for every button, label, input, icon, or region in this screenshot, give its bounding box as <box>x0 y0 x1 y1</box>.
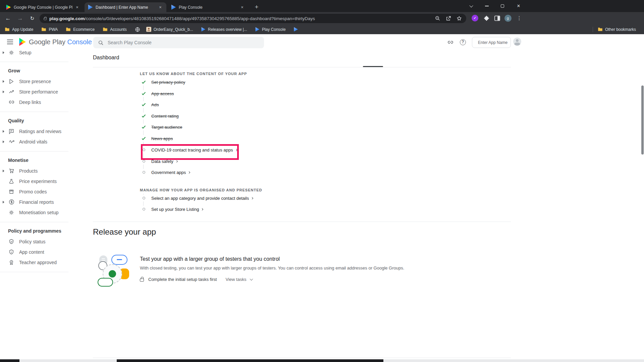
check-icon <box>141 90 147 97</box>
divider <box>0 272 68 272</box>
testing-illustration <box>97 253 133 290</box>
account-avatar[interactable] <box>513 38 521 46</box>
sidebar-item-financial-reports[interactable]: Financial reports <box>0 197 68 207</box>
bookmark-folder-accounts[interactable]: Accounts <box>103 27 126 32</box>
copy-link-icon[interactable] <box>446 38 454 46</box>
ordereasy-favicon <box>146 27 151 32</box>
flask-icon <box>8 178 15 185</box>
task-app-access[interactable]: App access <box>141 90 174 97</box>
sidebar-item-store-performance[interactable]: Store performance <box>0 86 68 97</box>
forward-button[interactable]: → <box>15 14 25 23</box>
folder-icon <box>41 27 46 32</box>
bookmark-folder-pwa[interactable]: PWA <box>41 27 58 32</box>
bookmark-play-console[interactable]: Play Console <box>255 27 286 32</box>
play-console-favicon <box>201 27 206 32</box>
share-icon[interactable] <box>445 15 451 21</box>
tab-close-icon[interactable]: × <box>158 5 163 10</box>
window-maximize-button[interactable] <box>495 0 509 12</box>
shield-info-icon <box>8 249 15 255</box>
task-set-privacy-policy[interactable]: Set privacy policy <box>141 79 185 85</box>
check-icon <box>141 135 147 142</box>
url-text[interactable]: play.google.com/console/u/0/developers/4… <box>49 16 430 21</box>
vertical-scrollbar[interactable] <box>641 85 644 155</box>
sidebar-item-store-presence[interactable]: Store presence <box>0 76 68 86</box>
annotation-highlight-box <box>141 144 239 160</box>
comment-icon <box>8 128 15 135</box>
extension-grammar-icon[interactable]: ✓ <box>471 14 479 22</box>
app-selector[interactable]: Enter App Name <box>472 37 511 48</box>
task-set-up-store-listing[interactable]: Set up your Store Listing <box>141 206 203 213</box>
task-government-apps[interactable]: Government apps <box>141 169 190 176</box>
sidebar-item-setup[interactable]: Setup <box>0 50 68 57</box>
window-minimize-button[interactable] <box>480 0 494 12</box>
view-tasks-button[interactable]: View tasks <box>225 277 253 282</box>
sidebar-item-android-vitals[interactable]: Android vitals <box>0 136 68 147</box>
bookmark-unnamed[interactable] <box>294 27 298 32</box>
profile-avatar[interactable]: g <box>504 14 512 22</box>
check-icon <box>141 79 147 85</box>
sidebar-item-ratings-reviews[interactable]: Ratings and reviews <box>0 126 68 136</box>
sidebar-section-policy: Policy and programmes <box>0 222 68 236</box>
tab-close-icon[interactable]: × <box>239 5 245 10</box>
chrome-menu-icon[interactable]: ⋮ <box>515 14 523 22</box>
sidebar-item-app-content[interactable]: App content <box>0 247 68 257</box>
tab-title: Google Play Console | Google Pla <box>14 5 72 10</box>
task-target-audience[interactable]: Target audience <box>141 124 182 130</box>
release-section-title: Release your app <box>93 227 156 237</box>
other-bookmarks-button[interactable]: Other bookmarks <box>598 27 636 32</box>
task-select-app-category[interactable]: Select an app category and provide conta… <box>141 195 253 201</box>
sidebar-item-promo-codes[interactable]: Promo codes <box>0 186 68 197</box>
horizontal-scrollbar[interactable] <box>0 359 644 362</box>
tab-google-play-console[interactable]: Google Play Console | Google Pla × <box>3 2 83 12</box>
task-content-rating[interactable]: Content rating <box>141 113 179 119</box>
search-input[interactable] <box>108 40 249 45</box>
tab-search-chevron-icon[interactable] <box>464 0 478 12</box>
window-close-button[interactable]: × <box>512 0 526 12</box>
back-button[interactable]: ← <box>3 14 13 23</box>
scrollbar-thumb[interactable] <box>117 359 383 362</box>
zoom-out-icon[interactable] <box>435 15 441 21</box>
sidebar-item-monetisation-setup[interactable]: Monetisation setup <box>0 207 68 218</box>
https-lock-icon[interactable] <box>44 18 47 20</box>
url-path: /console/u/0/developers/4810835192680471… <box>85 16 315 21</box>
bookmark-releases-overview[interactable]: Releases overview |... <box>201 27 247 32</box>
refresh-button[interactable]: ↻ <box>28 14 37 23</box>
tab-title: Dashboard | Enter App Name <box>96 5 156 10</box>
scroll-indicator <box>363 66 383 67</box>
task-ads[interactable]: Ads <box>141 101 159 108</box>
task-news-apps[interactable]: News apps <box>141 135 173 142</box>
shield-check-icon <box>8 238 15 245</box>
sidebar-item-price-experiments[interactable]: Price experiments <box>0 176 68 186</box>
bookmark-folder-ecommerce[interactable]: Ecommerce <box>66 27 95 32</box>
tab-dashboard[interactable]: Dashboard | Enter App Name × <box>85 2 166 12</box>
play-console-search[interactable] <box>93 37 264 48</box>
tab-close-icon[interactable]: × <box>74 5 80 10</box>
help-icon[interactable]: ? <box>459 38 467 46</box>
play-console-favicon <box>255 27 260 32</box>
play-console-favicon <box>294 27 298 32</box>
sidebar-item-teacher-approved[interactable]: Teacher approved <box>0 257 68 267</box>
play-console-favicon <box>88 5 93 10</box>
screen: Google Play Console | Google Pla × Dashb… <box>0 0 644 362</box>
scrollbar-thumb[interactable] <box>0 359 19 362</box>
bookmark-ordereasy[interactable]: OrderEasy_Quick_b... <box>146 27 193 32</box>
sidebar-item-deep-links[interactable]: Deep links <box>0 97 68 107</box>
section-heading-organise: MANAGE HOW YOUR APP IS ORGANISED AND PRE… <box>140 188 262 192</box>
expand-arrow-icon[interactable] <box>3 51 4 54</box>
address-bar[interactable]: play.google.com/console/u/0/developers/4… <box>40 14 466 23</box>
menu-hamburger-icon[interactable] <box>7 40 13 44</box>
bookmark-globe[interactable] <box>135 27 140 32</box>
tab-play-console[interactable]: Play Console × <box>168 2 248 12</box>
url-domain: play.google.com <box>49 16 85 21</box>
new-tab-button[interactable]: + <box>252 3 261 11</box>
google-play-console-logo[interactable]: Google Play Console <box>19 38 92 46</box>
check-icon <box>141 101 147 108</box>
main-content: Dashboard LET US KNOW ABOUT THE CONTENT … <box>68 50 644 359</box>
side-panel-icon[interactable] <box>493 14 501 22</box>
bookmark-folder-app-update[interactable]: App Update <box>5 27 33 32</box>
bookmark-star-icon[interactable] <box>456 15 462 21</box>
sidebar-item-products[interactable]: Products <box>0 166 68 176</box>
extensions-puzzle-icon[interactable] <box>482 14 490 22</box>
sidebar-item-policy-status[interactable]: Policy status <box>0 236 68 247</box>
gear-icon <box>8 50 15 56</box>
